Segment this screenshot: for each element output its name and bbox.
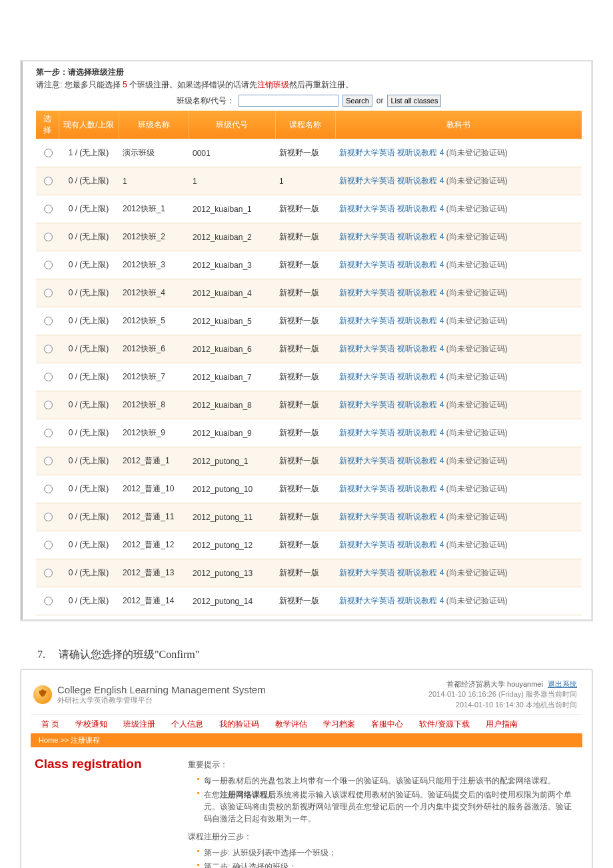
screenshot-class-list: 第一步：请选择班级注册 请注意: 您最多只能选择 5 个班级注册。如果选择错误的… xyxy=(20,60,593,621)
nav-link[interactable]: 软件/资源下载 xyxy=(419,719,469,730)
class-radio[interactable] xyxy=(44,177,53,185)
nav-link[interactable]: 学校通知 xyxy=(75,719,107,730)
nav-link[interactable]: 学习档案 xyxy=(323,719,355,730)
book-cell: 新视野大学英语 视听说教程 4 (尚未登记验证码) xyxy=(335,419,582,447)
course-cell: 新视野一版 xyxy=(275,531,335,559)
textbook-link[interactable]: 新视野大学英语 视听说教程 4 xyxy=(339,400,444,409)
class-radio[interactable] xyxy=(44,149,53,157)
textbook-link[interactable]: 新视野大学英语 视听说教程 4 xyxy=(339,288,444,297)
book-cell: 新视野大学英语 视听说教程 4 (尚未登记验证码) xyxy=(335,531,582,559)
nav-link[interactable]: 客服中心 xyxy=(371,719,403,730)
textbook-link[interactable]: 新视野大学英语 视听说教程 4 xyxy=(339,204,444,213)
table-row: 0 / (无上限)2012_普通_112012_putong_11新视野一版新视… xyxy=(36,503,582,531)
username: houyanmei xyxy=(507,680,543,688)
count-cell: 0 / (无上限) xyxy=(59,559,119,587)
textbook-link[interactable]: 新视野大学英语 视听说教程 4 xyxy=(339,176,444,185)
col-course: 课程名称 xyxy=(275,111,335,139)
col-select: 选择 xyxy=(36,111,59,139)
important-title: 重要提示： xyxy=(188,759,578,771)
count-cell: 0 / (无上限) xyxy=(59,531,119,559)
table-row: 0 / (无上限)2012_普通_142012_putong_14新视野一版新视… xyxy=(36,587,582,615)
list-all-button[interactable]: List all classes xyxy=(387,95,441,107)
local-time: 2014-01-10 16:14:30 本地机当前时间 xyxy=(428,700,577,710)
nav-link[interactable]: 用户指南 xyxy=(486,719,518,730)
class-radio[interactable] xyxy=(44,485,53,493)
class-name-cell: 2012快班_2 xyxy=(119,223,189,251)
class-radio[interactable] xyxy=(44,233,53,241)
textbook-link[interactable]: 新视野大学英语 视听说教程 4 xyxy=(339,568,444,577)
class-radio[interactable] xyxy=(44,597,53,605)
course-cell: 新视野一版 xyxy=(275,447,335,475)
tip-2: 在您注册网络课程后系统将提示输入该课程使用教材的验证码。验证码提交后的临时使用权… xyxy=(197,789,578,825)
count-cell: 0 / (无上限) xyxy=(59,223,119,251)
step1-title: 第一步：请选择班级注册 xyxy=(36,67,582,78)
textbook-link[interactable]: 新视野大学英语 视听说教程 4 xyxy=(339,316,444,325)
search-label: 班级名称/代号： xyxy=(177,95,235,107)
nav-link[interactable]: 教学评估 xyxy=(275,719,307,730)
table-row: 0 / (无上限)111新视野大学英语 视听说教程 4 (尚未登记验证码) xyxy=(36,167,582,195)
count-cell: 0 / (无上限) xyxy=(59,195,119,223)
textbook-link[interactable]: 新视野大学英语 视听说教程 4 xyxy=(339,148,444,157)
textbook-link[interactable]: 新视野大学英语 视听说教程 4 xyxy=(339,428,444,437)
course-cell: 新视野一版 xyxy=(275,503,335,531)
textbook-link[interactable]: 新视野大学英语 视听说教程 4 xyxy=(339,456,444,465)
book-cell: 新视野大学英语 视听说教程 4 (尚未登记验证码) xyxy=(335,363,582,391)
nav-link[interactable]: 班级注册 xyxy=(123,719,155,730)
class-radio[interactable] xyxy=(44,205,53,213)
course-cell: 新视野一版 xyxy=(275,475,335,503)
class-code-cell: 2012_kuaiban_7 xyxy=(189,363,275,391)
class-radio[interactable] xyxy=(44,261,53,269)
col-code: 班级代号 xyxy=(189,111,275,139)
breadcrumb: Home >> 注册课程 xyxy=(31,733,582,747)
book-cell: 新视野大学英语 视听说教程 4 (尚未登记验证码) xyxy=(335,587,582,615)
class-name-cell: 2012_普通_14 xyxy=(119,587,189,615)
textbook-link[interactable]: 新视野大学英语 视听说教程 4 xyxy=(339,344,444,353)
book-cell: 新视野大学英语 视听说教程 4 (尚未登记验证码) xyxy=(335,559,582,587)
class-name-cell: 2012快班_5 xyxy=(119,307,189,335)
logout-link[interactable]: 退出系统 xyxy=(548,680,577,688)
class-radio[interactable] xyxy=(44,429,53,437)
class-radio[interactable] xyxy=(44,345,53,353)
class-radio[interactable] xyxy=(44,569,53,577)
class-code-cell: 2012_putong_14 xyxy=(189,587,275,615)
book-cell: 新视野大学英语 视听说教程 4 (尚未登记验证码) xyxy=(335,335,582,363)
course-cell: 新视野一版 xyxy=(275,419,335,447)
book-cell: 新视野大学英语 视听说教程 4 (尚未登记验证码) xyxy=(335,251,582,279)
count-cell: 0 / (无上限) xyxy=(59,475,119,503)
class-radio[interactable] xyxy=(44,289,53,297)
class-code-cell: 2012_kuaiban_1 xyxy=(189,195,275,223)
count-cell: 0 / (无上限) xyxy=(59,391,119,419)
table-row: 0 / (无上限)2012_普通_12012_putong_1新视野一版新视野大… xyxy=(36,447,582,475)
nav-link[interactable]: 个人信息 xyxy=(171,719,203,730)
count-cell: 1 / (无上限) xyxy=(59,139,119,167)
unregister-link[interactable]: 注销班级 xyxy=(257,80,289,89)
textbook-link[interactable]: 新视野大学英语 视听说教程 4 xyxy=(339,232,444,241)
class-code-cell: 2012_putong_11 xyxy=(189,503,275,531)
main-nav: 首 页学校通知班级注册个人信息我的验证码教学评估学习档案客服中心软件/资源下载用… xyxy=(31,714,582,733)
table-row: 0 / (无上限)2012快班_62012_kuaiban_6新视野一版新视野大… xyxy=(36,335,582,363)
reg-step-1: 第一步: 从班级列表中选择一个班级； xyxy=(197,847,578,859)
class-name-cell: 2012_普通_1 xyxy=(119,447,189,475)
textbook-link[interactable]: 新视野大学英语 视听说教程 4 xyxy=(339,260,444,269)
class-radio[interactable] xyxy=(44,457,53,465)
class-search-input[interactable] xyxy=(239,95,338,107)
course-cell: 新视野一版 xyxy=(275,279,335,307)
textbook-link[interactable]: 新视野大学英语 视听说教程 4 xyxy=(339,372,444,381)
textbook-link[interactable]: 新视野大学英语 视听说教程 4 xyxy=(339,512,444,521)
class-radio[interactable] xyxy=(44,317,53,325)
class-radio[interactable] xyxy=(44,541,53,549)
class-radio[interactable] xyxy=(44,401,53,409)
nav-link[interactable]: 我的验证码 xyxy=(219,719,259,730)
count-cell: 0 / (无上限) xyxy=(59,419,119,447)
class-name-cell: 2012快班_8 xyxy=(119,391,189,419)
textbook-link[interactable]: 新视野大学英语 视听说教程 4 xyxy=(339,484,444,493)
book-cell: 新视野大学英语 视听说教程 4 (尚未登记验证码) xyxy=(335,475,582,503)
class-radio[interactable] xyxy=(44,373,53,381)
search-button[interactable]: Search xyxy=(342,95,372,107)
book-cell: 新视野大学英语 视听说教程 4 (尚未登记验证码) xyxy=(335,195,582,223)
textbook-link[interactable]: 新视野大学英语 视听说教程 4 xyxy=(339,540,444,549)
class-radio[interactable] xyxy=(44,513,53,521)
textbook-link[interactable]: 新视野大学英语 视听说教程 4 xyxy=(339,596,444,605)
col-name: 班级名称 xyxy=(119,111,189,139)
nav-link[interactable]: 首 页 xyxy=(41,719,59,730)
